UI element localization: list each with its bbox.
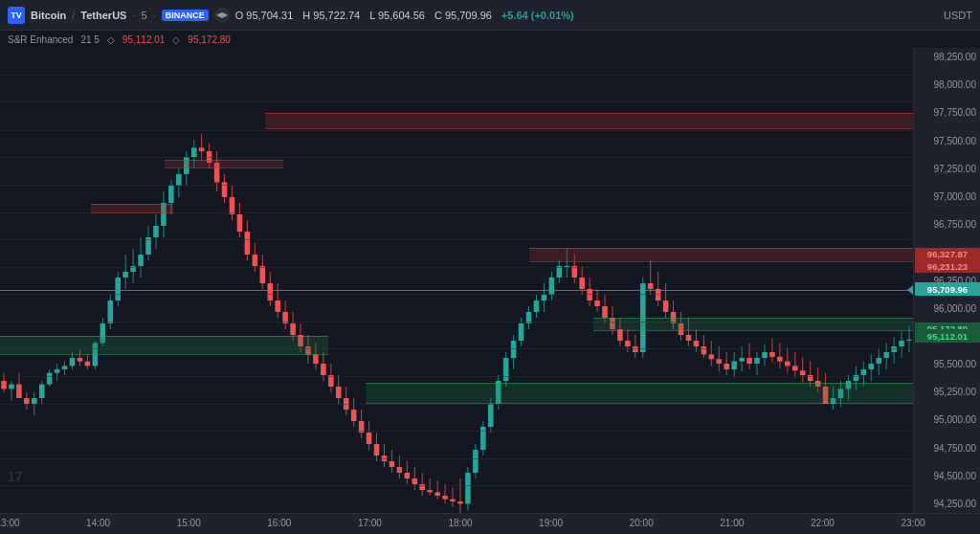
indicator-name[interactable]: S&R Enhanced — [8, 34, 73, 45]
svg-rect-11 — [39, 385, 45, 398]
svg-rect-189 — [716, 359, 722, 364]
symbol-bitcoin[interactable]: Bitcoin — [31, 10, 66, 21]
svg-rect-233 — [883, 352, 889, 358]
price-label: 97,750.00 — [918, 107, 976, 118]
svg-rect-237 — [899, 341, 904, 346]
open-value: O 95,704.31 — [235, 10, 294, 21]
svg-rect-103 — [390, 461, 395, 467]
high-value: H 95,722.74 — [302, 10, 360, 21]
current-price-line — [0, 290, 913, 291]
price-axis: 98,250.0098,000.0097,750.0097,500.0097,2… — [913, 48, 980, 513]
close-value: C 95,709.96 — [434, 10, 492, 21]
separator3: · — [153, 10, 156, 21]
svg-rect-19 — [70, 358, 76, 366]
svg-rect-205 — [777, 357, 783, 362]
time-label: 18:00 — [448, 518, 472, 528]
time-label: 17:00 — [358, 518, 382, 528]
symbol-tether[interactable]: TetherUS — [80, 10, 126, 21]
svg-rect-207 — [785, 362, 791, 367]
time-label: 13:00 — [0, 518, 20, 528]
tv-watermark: 17 — [8, 468, 34, 488]
svg-rect-193 — [731, 362, 737, 369]
svg-rect-187 — [709, 354, 715, 359]
time-label: 16:00 — [267, 518, 291, 528]
sr-zone-red-top — [265, 113, 913, 129]
svg-rect-141 — [534, 300, 540, 312]
nav-arrow[interactable]: ◀▶ — [214, 8, 230, 23]
svg-rect-203 — [769, 352, 775, 357]
separator: / — [72, 10, 75, 21]
svg-rect-201 — [762, 352, 768, 358]
svg-rect-199 — [754, 358, 760, 364]
sr-zone-red-right — [529, 248, 913, 262]
price-badge-96231: 96,231.23 — [915, 259, 980, 273]
svg-rect-181 — [686, 335, 692, 341]
svg-rect-69 — [259, 266, 265, 283]
svg-rect-197 — [746, 358, 752, 364]
time-label: 22:00 — [811, 518, 835, 528]
price-label: 94,500.00 — [918, 471, 976, 481]
price-label: 98,250.00 — [918, 52, 976, 62]
sr-zone-red-bot-left — [91, 204, 173, 213]
tradingview-logo: TV — [8, 7, 25, 24]
exchange-badge[interactable]: BINANCE — [162, 10, 209, 21]
indicator-val2: 95,172.80 — [188, 34, 231, 45]
svg-rect-89 — [336, 387, 342, 398]
svg-rect-109 — [412, 478, 417, 484]
svg-rect-227 — [861, 369, 867, 375]
svg-rect-211 — [800, 370, 806, 375]
svg-rect-33 — [122, 272, 128, 278]
time-label: 21:00 — [720, 518, 744, 528]
price-label: 97,500.00 — [918, 136, 976, 146]
price-badge-current: 95,709.96 — [915, 282, 980, 296]
svg-rect-159 — [602, 306, 608, 318]
low-value: L 95,604.56 — [369, 10, 425, 21]
svg-text:17: 17 — [8, 469, 23, 484]
svg-rect-229 — [868, 364, 874, 369]
svg-rect-71 — [267, 283, 273, 300]
indicator-val1: 95,112.01 — [122, 34, 166, 45]
price-label: 95,000.00 — [918, 414, 976, 425]
svg-rect-231 — [876, 358, 881, 364]
svg-rect-191 — [724, 364, 729, 369]
svg-rect-93 — [351, 410, 357, 421]
price-badge-95112: 95,112.01 — [915, 329, 980, 343]
chart-canvas[interactable]: .bull { fill: #26a69a; stroke: #26a69a; … — [0, 48, 913, 513]
price-label: 96,000.00 — [918, 303, 976, 314]
svg-rect-239 — [906, 340, 912, 341]
svg-rect-171 — [648, 283, 654, 289]
svg-rect-115 — [434, 492, 440, 496]
sr-zone-red-mid — [165, 160, 283, 169]
sr-zone-green-right — [593, 318, 913, 332]
interval-label[interactable]: 5 — [142, 10, 147, 21]
price-label: 95,250.00 — [918, 387, 976, 397]
svg-rect-45 — [168, 186, 174, 203]
svg-rect-17 — [62, 366, 68, 369]
svg-rect-63 — [237, 214, 243, 232]
svg-rect-209 — [792, 366, 798, 370]
svg-rect-15 — [55, 369, 60, 373]
chart-container[interactable]: 98,250.0098,000.0097,750.0097,500.0097,2… — [0, 48, 980, 513]
time-label: 19:00 — [539, 518, 563, 528]
price-label: 95,500.00 — [918, 359, 976, 369]
svg-rect-113 — [427, 490, 433, 492]
separator2: · — [132, 10, 135, 21]
svg-rect-119 — [450, 500, 456, 501]
time-axis: 13:0014:0015:0016:0017:0018:0019:0020:00… — [0, 513, 980, 534]
svg-rect-41 — [153, 226, 159, 237]
current-price-arrow — [907, 285, 913, 295]
svg-rect-1 — [1, 381, 7, 389]
svg-rect-51 — [191, 147, 197, 157]
time-label: 20:00 — [630, 518, 654, 528]
indicator-val1-label: ◇ — [107, 34, 115, 45]
svg-rect-137 — [519, 323, 524, 341]
sr-zone-green-bot-mid — [366, 383, 913, 404]
svg-rect-105 — [397, 467, 403, 473]
svg-rect-117 — [442, 496, 448, 500]
svg-rect-65 — [245, 232, 251, 255]
svg-rect-37 — [138, 255, 144, 266]
svg-rect-107 — [405, 473, 411, 478]
svg-rect-121 — [457, 501, 463, 503]
ohlc-data: O 95,704.31 H 95,722.74 L 95,604.56 C 95… — [235, 10, 574, 21]
svg-rect-67 — [253, 255, 258, 266]
